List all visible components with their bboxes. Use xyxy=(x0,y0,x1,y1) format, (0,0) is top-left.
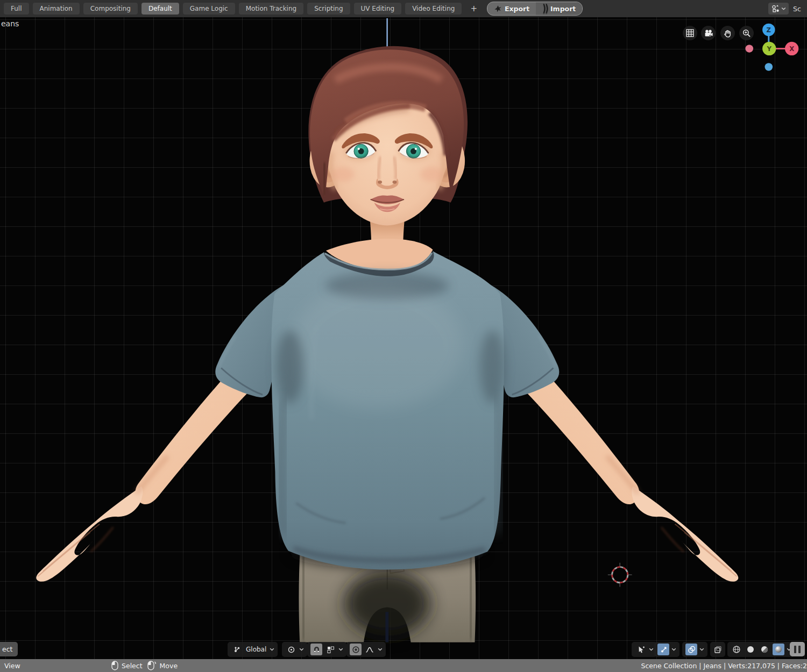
goz-button-group: Export )) Import xyxy=(487,2,583,16)
orientation-gizmo-icon xyxy=(231,644,243,655)
character-model[interactable] xyxy=(36,46,738,642)
tab-scripting[interactable]: Scripting xyxy=(307,3,350,15)
add-workspace-button[interactable]: + xyxy=(467,3,480,15)
gizmo-toggle-icon xyxy=(657,644,669,655)
3d-cursor[interactable] xyxy=(608,563,632,587)
gizmo-x-neg[interactable] xyxy=(745,45,753,53)
grid-icon xyxy=(685,28,695,38)
xray-icon xyxy=(712,644,724,655)
chevron-down-icon xyxy=(671,648,676,651)
snap-target-icon xyxy=(324,644,336,655)
keymap-hints: Select Move xyxy=(111,659,178,672)
tshirt xyxy=(215,251,559,569)
snap-magnet-icon xyxy=(310,644,322,655)
tab-animation[interactable]: Animation xyxy=(33,3,80,15)
show-overlays-button[interactable] xyxy=(682,642,707,657)
xray-toggle-button[interactable] xyxy=(710,642,725,657)
scene-stats: Scene Collection | Jeans | Verts:217,075… xyxy=(641,659,807,672)
scene-selector[interactable]: Sc xyxy=(768,2,807,16)
shading-rendered-icon[interactable] xyxy=(773,644,784,655)
proportional-edit-icon xyxy=(350,644,362,655)
falloff-curve-icon xyxy=(364,644,376,655)
grid-toggle-button[interactable] xyxy=(683,26,697,40)
chevron-down-icon xyxy=(699,648,704,651)
transform-orientation-button[interactable]: Global xyxy=(228,642,278,657)
z-axis-line-bottom xyxy=(385,612,388,642)
scene-render: Z Y X xyxy=(0,17,807,659)
pan-view-button[interactable] xyxy=(720,26,735,40)
tab-video-editing[interactable]: Video Editing xyxy=(405,3,462,15)
chevron-down-icon xyxy=(338,648,343,651)
gizmo-x-label: X xyxy=(789,45,794,53)
viewport-object-name: eans xyxy=(1,19,19,28)
tab-full[interactable]: Full xyxy=(4,3,29,15)
goz-figure-icon xyxy=(494,5,502,13)
shading-solid-icon[interactable] xyxy=(745,644,756,655)
shading-wireframe-icon[interactable] xyxy=(731,644,742,655)
chevron-down-icon xyxy=(270,648,274,651)
region-toggle-button[interactable] xyxy=(790,642,805,656)
tab-game-logic[interactable]: Game Logic xyxy=(183,3,235,15)
mouse-left-icon xyxy=(111,661,118,670)
status-bar: View Select Move Scene Collection | Jean… xyxy=(0,659,807,672)
show-gizmo-button[interactable] xyxy=(654,642,679,657)
zoom-icon xyxy=(742,28,751,38)
gizmo-z-neg[interactable] xyxy=(765,63,773,71)
workspace-tab-bar: Full Animation Compositing Default Game … xyxy=(0,0,807,17)
chevron-down-icon xyxy=(378,648,383,651)
gizmo-z-label: Z xyxy=(767,26,771,34)
mode-button-clipped[interactable]: ect xyxy=(0,642,18,656)
hint-select: Select xyxy=(111,661,143,670)
tab-uv-editing[interactable]: UV Editing xyxy=(354,3,402,15)
chevron-down-icon xyxy=(299,648,304,651)
scene-name-fragment: Sc xyxy=(793,5,807,13)
blender-window: { "topbar": { "tabs": [ {"label": "Full"… xyxy=(0,0,807,672)
tab-motion-tracking[interactable]: Motion Tracking xyxy=(239,3,303,15)
mouse-move-icon xyxy=(147,661,157,670)
tab-compositing[interactable]: Compositing xyxy=(83,3,138,15)
object-visibility-button[interactable] xyxy=(632,642,657,657)
chevron-down-icon xyxy=(781,7,786,10)
pivot-point-button[interactable] xyxy=(282,642,307,657)
shading-material-icon[interactable] xyxy=(759,644,770,655)
zoom-view-button[interactable] xyxy=(739,26,754,40)
hint-move: Move xyxy=(147,661,178,670)
camera-view-button[interactable] xyxy=(701,26,716,40)
pivot-point-icon xyxy=(285,644,297,655)
shading-mode-group xyxy=(727,642,795,657)
object-visibility-icon xyxy=(635,644,647,655)
view-menu[interactable]: View xyxy=(4,662,20,670)
export-button[interactable]: Export xyxy=(487,2,536,15)
scene-icon xyxy=(771,4,780,13)
import-button[interactable]: )) Import xyxy=(536,2,582,15)
chevron-down-icon xyxy=(649,648,654,651)
snapping-button[interactable] xyxy=(307,642,346,657)
tab-default[interactable]: Default xyxy=(141,3,179,15)
gizmo-y-label: Y xyxy=(767,45,772,53)
camera-icon xyxy=(704,29,713,38)
pause-bars-icon xyxy=(794,646,796,653)
proportional-edit-button[interactable] xyxy=(346,642,386,657)
hand-icon xyxy=(723,28,732,38)
goz-parens-icon: )) xyxy=(542,3,548,15)
overlays-icon xyxy=(685,644,697,655)
